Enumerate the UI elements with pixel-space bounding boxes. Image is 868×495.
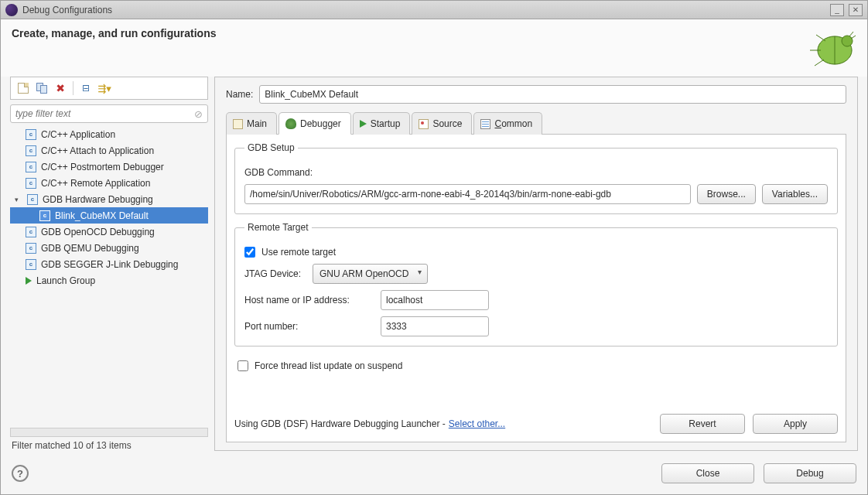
- minimize-button[interactable]: _: [830, 4, 844, 16]
- use-remote-checkbox[interactable]: [244, 247, 255, 258]
- launcher-row: Using GDB (DSF) Hardware Debugging Launc…: [234, 409, 838, 434]
- tab-debugger[interactable]: Debugger: [279, 112, 351, 135]
- main-icon: [233, 119, 243, 129]
- delete-config-button[interactable]: ✖: [53, 80, 68, 96]
- force-thread-label: Force thread list update on suspend: [255, 360, 402, 371]
- tree-item[interactable]: cC/C++ Attach to Application: [10, 142, 208, 159]
- svg-line-5: [851, 36, 856, 39]
- tree-item[interactable]: cGDB QEMU Debugging: [10, 240, 208, 256]
- browse-button[interactable]: Browse...: [697, 184, 756, 204]
- name-input[interactable]: [259, 85, 846, 104]
- tree-item[interactable]: cC/C++ Postmortem Debugger: [10, 159, 208, 175]
- port-input[interactable]: [381, 316, 489, 336]
- gdb-command-label: GDB Command:: [244, 167, 313, 178]
- config-tree[interactable]: cC/C++ Application cC/C++ Attach to Appl…: [10, 126, 208, 428]
- new-config-button[interactable]: [15, 80, 31, 96]
- tree-item[interactable]: cGDB OpenOCD Debugging: [10, 224, 208, 240]
- tree-item[interactable]: cC/C++ Application: [10, 126, 208, 142]
- host-label: Host name or IP address:: [244, 295, 374, 306]
- clear-filter-icon[interactable]: ⊘: [194, 108, 203, 120]
- filter-status: Filter matched 10 of 13 items: [10, 437, 208, 451]
- svg-point-3: [842, 36, 853, 46]
- bug-icon: [807, 27, 856, 70]
- remote-target-group: Remote Target Use remote target JTAG Dev…: [234, 222, 838, 346]
- config-toolbar: ✖ ⊟ ⇶▾: [10, 77, 208, 100]
- tab-startup[interactable]: Startup: [353, 112, 411, 135]
- tree-item[interactable]: cGDB SEGGER J-Link Debugging: [10, 256, 208, 272]
- force-thread-checkbox[interactable]: [238, 360, 248, 371]
- svg-line-6: [816, 35, 825, 41]
- header: Create, manage, and run configurations: [1, 19, 867, 77]
- dialog-footer: ? Close Debug: [1, 456, 867, 494]
- expand-icon[interactable]: ▾: [15, 196, 22, 203]
- window-title: Debug Configurations: [22, 5, 825, 15]
- gdb-setup-group: GDB Setup GDB Command: Browse... Variabl…: [234, 142, 838, 214]
- tree-item[interactable]: cC/C++ Remote Application: [10, 175, 208, 191]
- tabs: Main Debugger Startup Source CCommonommo…: [226, 111, 846, 135]
- duplicate-config-button[interactable]: [34, 80, 50, 96]
- header-title: Create, manage, and run configurations: [12, 27, 807, 39]
- use-remote-label: Use remote target: [261, 247, 336, 258]
- variables-button[interactable]: Variables...: [762, 184, 828, 204]
- debug-button[interactable]: Debug: [764, 463, 856, 483]
- tab-main[interactable]: Main: [226, 112, 277, 135]
- port-label: Port number:: [244, 321, 374, 332]
- tab-source[interactable]: Source: [412, 112, 472, 135]
- svg-line-8: [815, 60, 824, 66]
- gdb-setup-legend: GDB Setup: [244, 142, 298, 153]
- apply-button[interactable]: Apply: [753, 414, 838, 434]
- gdb-command-input[interactable]: [244, 184, 691, 204]
- launcher-text: Using GDB (DSF) Hardware Debugging Launc…: [234, 418, 446, 429]
- jtag-device-select[interactable]: GNU ARM OpenOCD: [313, 264, 428, 284]
- name-label: Name:: [226, 89, 253, 100]
- tree-item-selected[interactable]: cBlink_CubeMX Default: [10, 207, 208, 224]
- help-button[interactable]: ?: [12, 465, 29, 482]
- revert-button[interactable]: Revert: [660, 414, 745, 434]
- play-icon: [360, 120, 367, 128]
- common-icon: [480, 119, 490, 129]
- select-other-link[interactable]: Select other...: [449, 418, 505, 429]
- tab-common[interactable]: CCommonommon: [473, 112, 542, 135]
- left-panel: ✖ ⊟ ⇶▾ ⊘ cC/C++ Application cC/C++ Attac…: [10, 77, 208, 451]
- jtag-device-label: JTAG Device:: [244, 268, 306, 279]
- tree-item-expanded[interactable]: ▾cGDB Hardware Debugging: [10, 191, 208, 207]
- svg-line-4: [849, 32, 853, 36]
- launch-icon: [26, 277, 32, 285]
- remote-target-legend: Remote Target: [244, 222, 312, 233]
- debug-config-window: Debug Configurations _ ✕ Create, manage,…: [0, 0, 868, 495]
- close-button[interactable]: Close: [661, 463, 754, 483]
- titlebar[interactable]: Debug Configurations _ ✕: [1, 1, 867, 19]
- eclipse-icon: [5, 4, 18, 16]
- separator: [73, 81, 73, 95]
- debugger-tab-body: GDB Setup GDB Command: Browse... Variabl…: [226, 135, 846, 442]
- close-window-button[interactable]: ✕: [849, 4, 863, 16]
- right-panel: Name: Main Debugger Startup Source CComm…: [214, 77, 858, 451]
- filter-field[interactable]: ⊘: [10, 104, 208, 123]
- horizontal-scrollbar[interactable]: [10, 428, 208, 437]
- bug-small-icon: [285, 118, 296, 129]
- collapse-all-button[interactable]: ⊟: [78, 80, 94, 96]
- filter-input[interactable]: [15, 108, 194, 119]
- source-icon: [419, 119, 429, 129]
- host-input[interactable]: [381, 290, 489, 310]
- tree-item-launch-group[interactable]: Launch Group: [10, 272, 208, 288]
- filter-button[interactable]: ⇶▾: [97, 80, 112, 96]
